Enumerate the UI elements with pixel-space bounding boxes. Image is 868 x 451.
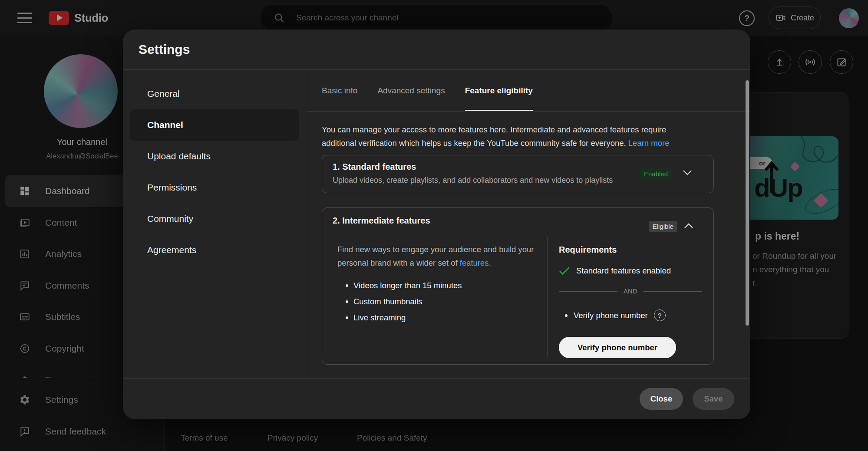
- edit-icon: [836, 56, 847, 68]
- dialog-title: Settings: [139, 30, 190, 69]
- intermediate-features-title: 2. Intermediate features: [333, 216, 703, 226]
- save-button[interactable]: Save: [693, 388, 734, 410]
- standard-features-card: 1. Standard features Upload videos, crea…: [322, 155, 714, 193]
- tab-feature-eligibility[interactable]: Feature eligibility: [465, 70, 533, 111]
- footer-link-privacy[interactable]: Privacy policy: [267, 433, 318, 443]
- tab-advanced-settings[interactable]: Advanced settings: [377, 70, 445, 111]
- requirement-pending-row: Verify phone number ?: [559, 309, 702, 321]
- sidebar-item-label: Subtitles: [45, 312, 80, 322]
- promo-line: r.: [752, 276, 836, 290]
- sidebar-item-label: Comments: [45, 280, 89, 291]
- requirements-divider: [547, 237, 548, 357]
- search-input[interactable]: [296, 13, 574, 23]
- youtube-play-icon: [49, 11, 69, 25]
- tab-basic-info[interactable]: Basic info: [322, 70, 357, 111]
- settings-nav: General Channel Upload defaults Permissi…: [123, 70, 306, 378]
- settings-content: Basic info Advanced settings Feature eli…: [307, 70, 750, 378]
- earn-icon: [19, 374, 30, 378]
- create-video-icon: [775, 13, 786, 23]
- sidebar-item-label: Send feedback: [45, 426, 106, 437]
- feature-list-item: Custom thumbnails: [353, 293, 535, 309]
- footer-link-policies[interactable]: Policies and Safety: [357, 433, 427, 443]
- help-circle-icon[interactable]: ?: [654, 309, 666, 321]
- footer-link-terms[interactable]: Terms of use: [181, 433, 228, 443]
- gear-icon: [19, 394, 30, 405]
- intermediate-description: Find new ways to engage your audience an…: [337, 243, 535, 270]
- divider-line: [644, 291, 702, 292]
- chevron-up-icon[interactable]: [683, 223, 694, 229]
- divider-line: [559, 291, 617, 292]
- requirement-met-row: Standard features enabled: [559, 266, 702, 276]
- promo-headline: p is here!: [755, 230, 799, 242]
- dialog-scrollbar[interactable]: [746, 80, 749, 326]
- intermediate-feature-list: Videos longer than 15 minutes Custom thu…: [337, 277, 535, 326]
- and-divider: AND: [559, 288, 702, 295]
- verify-phone-button[interactable]: Verify phone number: [559, 337, 676, 358]
- feedback-icon: [19, 426, 30, 437]
- upload-icon: [774, 56, 785, 68]
- youtube-studio-app: Studio ? Create Your channel Alexandra@S…: [0, 0, 868, 451]
- help-icon[interactable]: ?: [739, 10, 755, 26]
- promo-description: or Roundup for all your n everything tha…: [752, 249, 836, 290]
- settings-nav-general[interactable]: General: [123, 78, 306, 109]
- feature-eligibility-panel: You can manage your access to more featu…: [307, 112, 750, 365]
- sidebar-item-label: Earn: [45, 375, 64, 378]
- requirement-pending-label: Verify phone number: [574, 311, 648, 320]
- create-label: Create: [791, 13, 814, 23]
- squiggle-line-icon: [786, 136, 838, 181]
- analytics-icon: [19, 248, 30, 260]
- bullet-dot: [565, 314, 568, 317]
- upload-video-button[interactable]: [768, 50, 791, 74]
- go-live-button[interactable]: [799, 50, 822, 74]
- feature-list-item: Live streaming: [353, 309, 535, 326]
- requirements-title: Requirements: [559, 245, 702, 255]
- feature-list-item: Videos longer than 15 minutes: [353, 277, 535, 293]
- requirements-column: Requirements Standard features enabled A…: [559, 245, 702, 358]
- go-live-icon: [804, 56, 816, 68]
- chevron-down-icon[interactable]: [682, 170, 693, 176]
- hamburger-menu-icon[interactable]: [17, 13, 32, 23]
- intro-paragraph: You can manage your access to more featu…: [322, 123, 694, 150]
- learn-more-link[interactable]: Learn more: [628, 138, 670, 148]
- youtube-studio-logo[interactable]: Studio: [49, 0, 108, 36]
- description-text: .: [489, 258, 491, 267]
- intermediate-features-card: 2. Intermediate features Eligible Find n…: [322, 207, 714, 365]
- sidebar-item-label: Copyright: [45, 343, 84, 354]
- search-icon: [274, 12, 285, 23]
- settings-nav-agreements[interactable]: Agreements: [123, 234, 306, 266]
- sidebar-item-label: Content: [45, 217, 77, 228]
- orbit-ring-icon: [802, 184, 838, 219]
- promo-line: n everything that you: [752, 263, 836, 276]
- content-icon: [19, 217, 30, 228]
- sidebar-item-label: Settings: [45, 395, 78, 405]
- requirement-met-label: Standard features enabled: [576, 266, 671, 276]
- channel-tabs: Basic info Advanced settings Feature eli…: [307, 70, 750, 112]
- intermediate-description-column: Find new ways to engage your audience an…: [337, 243, 535, 326]
- enabled-status-badge: Enabled: [640, 168, 672, 179]
- dashboard-icon: [19, 185, 30, 197]
- sidebar-item-label: Analytics: [45, 249, 82, 259]
- settings-nav-community[interactable]: Community: [123, 203, 306, 234]
- channel-avatar[interactable]: [44, 54, 118, 128]
- settings-nav-channel[interactable]: Channel: [130, 109, 299, 141]
- intro-text: You can manage your access to more featu…: [322, 125, 666, 148]
- close-button[interactable]: Close: [640, 388, 683, 410]
- search-bar[interactable]: [261, 5, 612, 31]
- sidebar-item-label: Dashboard: [45, 186, 90, 196]
- settings-dialog: Settings General Channel Upload defaults…: [123, 30, 750, 419]
- check-icon: [559, 267, 570, 275]
- account-avatar[interactable]: [839, 8, 859, 28]
- eligible-status-badge: Eligible: [649, 221, 677, 232]
- settings-nav-upload-defaults[interactable]: Upload defaults: [123, 141, 306, 172]
- create-button[interactable]: Create: [769, 7, 821, 29]
- settings-nav-permissions[interactable]: Permissions: [123, 172, 306, 203]
- promo-line: or Roundup for all your: [752, 249, 836, 263]
- subtitles-icon: [19, 311, 30, 323]
- and-label: AND: [624, 288, 637, 295]
- copyright-icon: [19, 343, 30, 354]
- edit-button[interactable]: [830, 50, 853, 74]
- dialog-footer: Close Save: [123, 378, 750, 419]
- sidebar-item-send-feedback[interactable]: Send feedback: [0, 416, 164, 448]
- features-link[interactable]: features: [460, 258, 489, 267]
- studio-wordmark: Studio: [74, 11, 108, 25]
